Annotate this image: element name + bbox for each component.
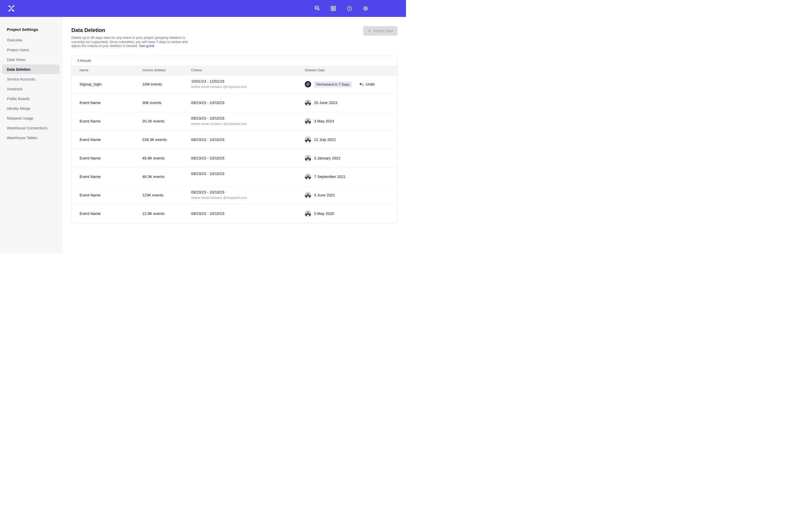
row-criteria-dates: 09/23/23 - 10/10/23 — [191, 116, 305, 121]
top-navigation-bar: ? — [0, 0, 406, 17]
page-title: Data Deletion — [71, 27, 398, 33]
sidebar-item-label: Project Users — [7, 48, 29, 52]
requester-avatar-mascot — [305, 81, 311, 88]
sidebar-nav: Overview Project Users Data Views Data D… — [0, 35, 62, 143]
row-event-name: Event Name — [80, 101, 142, 105]
row-deletion-date-cell: 3 June 2021 — [305, 192, 391, 198]
row-criteria-filter: where email contains @mixpanel.com — [191, 84, 305, 90]
row-volume-deleted: 49.9K events — [142, 156, 191, 160]
sidebar-item-label: Data Deletion — [7, 67, 31, 71]
sidebar-item-project-users[interactable]: Project Users — [0, 45, 62, 55]
table-row: Event Name 30K events 09/23/23 - 10/10/2… — [71, 94, 397, 112]
row-deletion-date-cell: 7 September 2021 — [305, 173, 391, 180]
row-volume-deleted: 123K events — [142, 193, 191, 197]
table-row: Event Name 123K events 09/23/23 - 10/10/… — [71, 186, 397, 205]
delete-data-button[interactable]: Delete Data — [363, 26, 398, 36]
row-deletion-date-cell: 20 June 2023 — [305, 100, 391, 106]
sidebar-title: Project Settings — [7, 27, 62, 32]
row-deletion-date-cell: 5 May 2020 — [305, 211, 391, 217]
requester-avatar-photo — [305, 136, 311, 143]
sidebar-item-label: Warehouse Connections — [7, 126, 47, 130]
help-icon[interactable]: ? — [346, 5, 353, 12]
table-row: Event Name 239.3K events 09/23/23 - 10/1… — [71, 130, 397, 149]
row-criteria: 09/23/23 - 10/10/23 — [191, 171, 305, 182]
column-header-name: Name — [80, 68, 142, 72]
row-criteria-dates: 09/23/23 - 10/10/23 — [191, 211, 305, 217]
row-criteria-dates: 09/23/23 - 10/10/23 — [191, 189, 305, 195]
page-description-text: Delete up to 90 days data for any event … — [71, 36, 188, 48]
row-deletion-date: 12 July 2022 — [314, 137, 336, 142]
row-criteria-dates: 09/23/23 - 10/10/23 — [191, 171, 305, 177]
sidebar-item-identity-merge[interactable]: Identity Merge — [0, 104, 62, 113]
sidebar-item-autotrack[interactable]: Autotrack — [0, 84, 62, 94]
row-event-name: Event Name — [80, 175, 142, 179]
row-deletion-date: 5 May 2020 — [314, 212, 334, 216]
row-criteria-dates: 09/23/23 - 10/10/23 — [191, 137, 305, 143]
sidebar-item-service-accounts[interactable]: Service Accounts — [0, 74, 62, 84]
settings-gear-icon[interactable] — [362, 5, 369, 12]
row-deletion-date: 3 January 2022 — [314, 156, 341, 160]
sidebar-item-label: Autotrack — [7, 87, 22, 91]
row-event-name: Event Name — [80, 193, 142, 197]
sidebar-item-public-boards[interactable]: Public Boards — [0, 94, 62, 104]
sidebar-item-label: Service Accounts — [7, 77, 35, 81]
row-criteria: 09/23/23 - 10/10/23 — [191, 137, 305, 143]
sidebar-item-mixpanel-usage[interactable]: Mixpanel Usage — [0, 113, 62, 123]
table-row: Event Name 48.3K events 09/23/23 - 10/10… — [71, 167, 397, 186]
requester-avatar-photo — [305, 118, 311, 124]
table-body: Signup_login 10M events 10/01/23 - 12/01… — [71, 75, 397, 223]
row-event-name: Signup_login — [80, 82, 142, 87]
deletion-requests-card: 5 Results Name Volume Deleted Criteria D… — [71, 56, 398, 223]
apps-grid-icon[interactable] — [330, 5, 337, 12]
row-criteria: 09/23/23 - 10/10/23 — [191, 156, 305, 161]
plus-icon — [367, 29, 372, 33]
settings-sidebar: Project Settings Overview Project Users … — [0, 17, 62, 253]
row-deletion-date-cell: 3 May 2023 — [305, 118, 391, 124]
page-header: Data Deletion Delete up to 90 days data … — [62, 17, 406, 48]
undo-icon — [359, 82, 363, 87]
main-content: Data Deletion Delete up to 90 days data … — [62, 17, 406, 253]
undo-button[interactable]: Undo — [359, 82, 375, 87]
row-deletion-date: 20 June 2023 — [314, 101, 337, 105]
sidebar-item-label: Overview — [7, 38, 22, 42]
row-criteria-dates: 09/23/23 - 10/10/23 — [191, 156, 305, 161]
row-criteria: 09/23/23 - 10/10/23 — [191, 211, 305, 217]
row-volume-deleted: 10M events — [142, 82, 191, 87]
svg-text:?: ? — [349, 7, 350, 10]
sidebar-item-warehouse-connections[interactable]: Warehouse Connections — [0, 123, 62, 133]
table-header-row: Name Volume Deleted Criteria Deletion Da… — [71, 65, 397, 75]
row-deletion-date: 3 May 2023 — [314, 119, 334, 123]
row-volume-deleted: 12.9K events — [142, 212, 191, 216]
sidebar-item-warehouse-tables[interactable]: Warehouse Tables — [0, 133, 62, 143]
sidebar-item-data-views[interactable]: Data Views — [0, 55, 62, 64]
row-deletion-date: 3 June 2021 — [314, 193, 335, 197]
row-volume-deleted: 48.3K events — [142, 175, 191, 179]
row-criteria: 09/23/23 - 10/10/23 where email contains… — [191, 189, 305, 201]
sidebar-item-label: Public Boards — [7, 97, 30, 101]
column-header-deletion-date: Deletion Date — [305, 68, 391, 72]
table-row: Event Name 49.9K events 09/23/23 - 10/10… — [71, 149, 397, 167]
results-count: 5 Results — [71, 56, 397, 65]
row-criteria-filter: where email contains @mixpanel.com — [191, 121, 305, 127]
table-row: Signup_login 10M events 10/01/23 - 12/01… — [71, 75, 397, 94]
requester-avatar-photo — [305, 155, 311, 161]
data-management-icon[interactable] — [314, 5, 320, 12]
delete-data-button-label: Delete Data — [374, 29, 393, 33]
row-criteria-filter: where email contains @mixpanel.com — [191, 195, 305, 201]
see-guide-link[interactable]: See guide — [139, 44, 155, 48]
requester-avatar-photo — [305, 100, 311, 106]
requester-avatar-photo — [305, 173, 311, 180]
row-criteria-dates: 09/23/23 - 10/10/23 — [191, 100, 305, 106]
sidebar-item-data-deletion[interactable]: Data Deletion — [2, 64, 60, 74]
row-deletion-date-cell: 3 January 2022 — [305, 155, 391, 161]
mixpanel-logo[interactable] — [7, 4, 15, 12]
table-row: Event Name 20.2K events 09/23/23 - 10/10… — [71, 112, 397, 130]
requester-avatar-photo — [305, 192, 311, 198]
table-row: Event Name 12.9K events 09/23/23 - 10/10… — [71, 205, 397, 223]
sidebar-item-overview[interactable]: Overview — [0, 35, 62, 45]
row-deletion-date-cell: Permanent in 7 Days Undo — [305, 81, 391, 88]
row-criteria: 09/23/23 - 10/10/23 where email contains… — [191, 116, 305, 127]
sidebar-item-label: Warehouse Tables — [7, 136, 37, 140]
topbar-icon-group: ? — [314, 0, 369, 17]
requester-avatar-photo — [305, 211, 311, 217]
